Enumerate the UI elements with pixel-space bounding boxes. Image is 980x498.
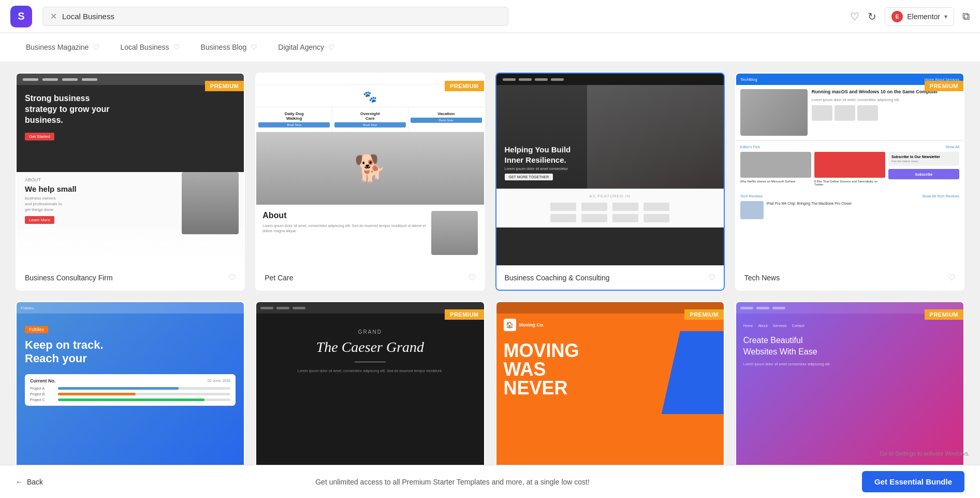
template-grid: PREMIUM Strong businessstrategy to grow … bbox=[16, 73, 964, 495]
heart-icon[interactable]: ♡ bbox=[328, 43, 335, 51]
template-card-pet-care[interactable]: PREMIUM 🐾 Daily DogWalking Book Now Over… bbox=[255, 73, 485, 291]
back-button[interactable]: ← Back bbox=[16, 478, 43, 486]
elementor-icon: E bbox=[891, 11, 903, 22]
tab-label: Business Magazine bbox=[26, 43, 89, 51]
card-preview: PREMIUM TechBlog Home About Services Run… bbox=[736, 74, 963, 265]
favorite-button[interactable]: ♡ bbox=[948, 273, 955, 282]
chevron-down-icon: ▾ bbox=[944, 13, 947, 20]
card-title: Tech News bbox=[744, 274, 780, 282]
card-title: Pet Care bbox=[265, 274, 293, 282]
preview-hero-text: Strong businessstrategy to grow yourbusi… bbox=[25, 93, 236, 125]
heart-icon[interactable]: ♡ bbox=[173, 43, 180, 51]
tab-business-magazine[interactable]: Business Magazine ♡ bbox=[16, 33, 110, 62]
preview-learn-more: Learn More bbox=[25, 216, 54, 224]
heart-icon[interactable]: ♡ bbox=[251, 43, 257, 51]
featured-label: AS FEATURED IN bbox=[503, 194, 718, 198]
card-preview: PREMIUM 🐾 Daily DogWalking Book Now Over… bbox=[256, 74, 484, 265]
gradient-content: Home About Services Contact Create Beaut… bbox=[736, 314, 963, 376]
back-label: Back bbox=[27, 478, 43, 486]
card-footer: Business Coaching & Consulting ♡ bbox=[496, 265, 724, 290]
favorite-button[interactable]: ♡ bbox=[708, 273, 715, 282]
card-preview: PREMIUM Strong businessstrategy to grow … bbox=[17, 74, 244, 265]
tab-label: Local Business bbox=[120, 43, 169, 51]
ontrack-content: Fobilex Keep on track.Reach your Current… bbox=[17, 314, 244, 416]
header: S ✕ ♡ ↻ E Elementor ▾ ⧉ bbox=[0, 0, 980, 33]
paws-logo: 🐾 bbox=[363, 90, 377, 104]
moving-hero: MOVINGWASNEVER bbox=[496, 336, 724, 403]
caeser-content: GRAND The Caeser Grand Lorem ipsum dolor… bbox=[256, 314, 484, 390]
tab-digital-agency[interactable]: Digital Agency ♡ bbox=[268, 33, 345, 62]
refresh-button[interactable]: ↻ bbox=[868, 10, 876, 23]
coaching-hero-image bbox=[587, 85, 724, 189]
caeser-title: The Caeser Grand bbox=[267, 339, 473, 355]
template-card-business-consultancy[interactable]: PREMIUM Strong businessstrategy to grow … bbox=[16, 73, 245, 291]
category-tabs: Business Magazine ♡ Local Business ♡ Bus… bbox=[0, 33, 980, 62]
favorites-button[interactable]: ♡ bbox=[850, 10, 859, 23]
card-footer: Tech News ♡ bbox=[736, 265, 963, 290]
tab-business-blog[interactable]: Business Blog ♡ bbox=[191, 33, 268, 62]
tab-local-business[interactable]: Local Business ♡ bbox=[110, 33, 190, 62]
header-actions: ♡ ↻ E Elementor ▾ ⧉ bbox=[840, 7, 970, 26]
gradient-title: Create BeautifulWebsites With Ease bbox=[743, 335, 956, 358]
main-content: PREMIUM Strong businessstrategy to grow … bbox=[0, 62, 980, 498]
tab-label: Digital Agency bbox=[278, 43, 324, 51]
coaching-hero: Helping You BuildInner Resilience. Lorem… bbox=[496, 85, 724, 189]
card-footer: Business Consultancy Firm ♡ bbox=[17, 265, 244, 290]
ontrack-label: Fobilex bbox=[25, 326, 48, 333]
card-footer: Pet Care ♡ bbox=[256, 265, 484, 290]
ontrack-title: Keep on track.Reach your bbox=[25, 338, 236, 366]
premium-badge: PREMIUM bbox=[925, 309, 963, 320]
gradient-sub: Lorem ipsum dolor sit amet consectetur a… bbox=[743, 362, 956, 366]
elementor-selector[interactable]: E Elementor ▾ bbox=[885, 7, 954, 26]
premium-badge: PREMIUM bbox=[445, 309, 484, 320]
services-section: Daily DogWalking Book Now OvernightCare … bbox=[256, 107, 484, 132]
favorite-button[interactable]: ♡ bbox=[469, 273, 476, 282]
tab-label: Business Blog bbox=[201, 43, 247, 51]
coaching-featured: AS FEATURED IN bbox=[496, 189, 724, 227]
technews-hero: Running macOS and Windows 10 on the Same… bbox=[736, 85, 963, 140]
card-title: Business Consultancy Firm bbox=[25, 274, 113, 282]
external-link-button[interactable]: ⧉ bbox=[962, 10, 970, 22]
elementor-label: Elementor bbox=[907, 12, 940, 21]
coaching-hero-title: Helping You BuildInner Resilience. bbox=[505, 145, 571, 165]
caeser-text: Lorem ipsum dolor sit amet, consectetur … bbox=[267, 368, 473, 374]
back-arrow-icon: ← bbox=[16, 478, 23, 486]
premium-badge: PREMIUM bbox=[925, 81, 963, 91]
dogs-image: 🐕 bbox=[256, 132, 484, 205]
search-bar[interactable]: ✕ bbox=[42, 7, 508, 26]
premium-badge: PREMIUM bbox=[445, 81, 484, 91]
card-title: Business Coaching & Consulting bbox=[505, 274, 610, 282]
tech-reviews-section: Tech Reviews Show All Tech Reviews iPad … bbox=[736, 190, 963, 226]
premium-badge: PREMIUM bbox=[684, 309, 723, 320]
premium-badge: PREMIUM bbox=[205, 81, 244, 91]
preview-bottom-image bbox=[182, 172, 239, 234]
ontrack-card: Current No. 02 June, 2024 Project A Proj… bbox=[25, 374, 236, 406]
editors-pick-section: Editor's Pick Show All Why Netflix share… bbox=[736, 140, 963, 190]
search-input[interactable] bbox=[62, 12, 501, 21]
card-preview: Helping You BuildInner Resilience. Lorem… bbox=[496, 74, 724, 265]
logo-icon: S bbox=[10, 6, 32, 27]
preview-nav: Fobilex bbox=[17, 302, 244, 314]
heart-icon[interactable]: ♡ bbox=[93, 43, 99, 51]
windows-activate-notice: Go to Settings to activate Windows. bbox=[880, 450, 970, 457]
template-card-tech-news[interactable]: PREMIUM TechBlog Home About Services Run… bbox=[735, 73, 964, 291]
search-clear-icon[interactable]: ✕ bbox=[50, 11, 57, 21]
favorite-button[interactable]: ♡ bbox=[228, 273, 236, 282]
coaching-cta: GET MORE TOGETHER bbox=[505, 174, 553, 180]
template-card-business-coaching[interactable]: Helping You BuildInner Resilience. Lorem… bbox=[495, 73, 725, 291]
footer-promo-text: Get unlimited access to all Premium Star… bbox=[43, 478, 862, 486]
preview-cta: Get Started bbox=[25, 133, 54, 140]
footer-bar: ← Back Get unlimited access to all Premi… bbox=[0, 465, 980, 498]
about-section: About Lorem ipsum dolor sit amet, consec… bbox=[256, 205, 484, 261]
get-bundle-button[interactable]: Get Essential Bundle bbox=[862, 471, 964, 492]
coaching-hero-sub: Lorem ipsum dolor sit amet consectetur bbox=[505, 167, 571, 170]
